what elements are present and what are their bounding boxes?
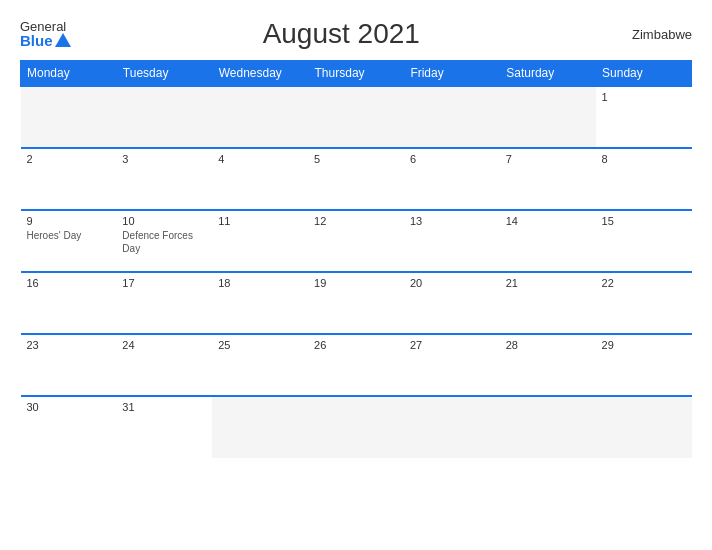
col-thursday: Thursday — [308, 61, 404, 87]
day-number: 19 — [314, 277, 398, 289]
day-number: 6 — [410, 153, 494, 165]
day-number: 22 — [602, 277, 686, 289]
day-cell: 5 — [308, 148, 404, 210]
day-number: 16 — [27, 277, 111, 289]
day-number: 13 — [410, 215, 494, 227]
day-cell: 6 — [404, 148, 500, 210]
week-row-0: 1 — [21, 86, 692, 148]
col-wednesday: Wednesday — [212, 61, 308, 87]
day-cell: 11 — [212, 210, 308, 272]
day-number: 2 — [27, 153, 111, 165]
day-number: 31 — [122, 401, 206, 413]
logo-triangle-icon — [55, 33, 71, 47]
weekday-header-row: Monday Tuesday Wednesday Thursday Friday… — [21, 61, 692, 87]
day-cell — [308, 396, 404, 458]
day-cell: 2 — [21, 148, 117, 210]
day-number: 8 — [602, 153, 686, 165]
holiday-label: Heroes' Day — [27, 229, 111, 242]
day-number: 14 — [506, 215, 590, 227]
day-number: 21 — [506, 277, 590, 289]
day-cell: 17 — [116, 272, 212, 334]
day-cell: 7 — [500, 148, 596, 210]
day-cell — [500, 396, 596, 458]
day-number: 23 — [27, 339, 111, 351]
col-saturday: Saturday — [500, 61, 596, 87]
day-cell: 13 — [404, 210, 500, 272]
logo: General Blue — [20, 20, 71, 48]
calendar-table: Monday Tuesday Wednesday Thursday Friday… — [20, 60, 692, 458]
col-monday: Monday — [21, 61, 117, 87]
holiday-label: Defence Forces Day — [122, 229, 206, 255]
week-row-1: 2345678 — [21, 148, 692, 210]
day-number: 4 — [218, 153, 302, 165]
day-number: 29 — [602, 339, 686, 351]
day-cell: 28 — [500, 334, 596, 396]
col-tuesday: Tuesday — [116, 61, 212, 87]
logo-blue-text: Blue — [20, 33, 53, 48]
day-cell: 29 — [596, 334, 692, 396]
day-cell: 16 — [21, 272, 117, 334]
day-number: 11 — [218, 215, 302, 227]
day-cell: 14 — [500, 210, 596, 272]
day-cell: 26 — [308, 334, 404, 396]
calendar-page: General Blue August 2021 Zimbabwe Monday… — [0, 0, 712, 550]
day-number: 25 — [218, 339, 302, 351]
day-number: 10 — [122, 215, 206, 227]
day-cell — [212, 86, 308, 148]
header: General Blue August 2021 Zimbabwe — [20, 18, 692, 50]
day-number: 15 — [602, 215, 686, 227]
day-number: 1 — [602, 91, 686, 103]
country-label: Zimbabwe — [612, 27, 692, 42]
day-cell: 1 — [596, 86, 692, 148]
day-cell: 15 — [596, 210, 692, 272]
day-cell: 30 — [21, 396, 117, 458]
day-number: 24 — [122, 339, 206, 351]
day-cell: 25 — [212, 334, 308, 396]
day-number: 20 — [410, 277, 494, 289]
day-cell — [404, 86, 500, 148]
day-cell: 22 — [596, 272, 692, 334]
day-cell: 9Heroes' Day — [21, 210, 117, 272]
day-number: 18 — [218, 277, 302, 289]
day-cell: 12 — [308, 210, 404, 272]
day-cell — [308, 86, 404, 148]
day-cell: 31 — [116, 396, 212, 458]
day-number: 28 — [506, 339, 590, 351]
day-cell: 10Defence Forces Day — [116, 210, 212, 272]
day-cell: 27 — [404, 334, 500, 396]
day-cell: 20 — [404, 272, 500, 334]
col-friday: Friday — [404, 61, 500, 87]
day-cell — [21, 86, 117, 148]
day-cell — [404, 396, 500, 458]
day-cell: 19 — [308, 272, 404, 334]
day-number: 3 — [122, 153, 206, 165]
day-number: 30 — [27, 401, 111, 413]
day-cell: 4 — [212, 148, 308, 210]
day-cell — [500, 86, 596, 148]
day-cell — [212, 396, 308, 458]
day-cell: 21 — [500, 272, 596, 334]
day-number: 5 — [314, 153, 398, 165]
day-cell: 24 — [116, 334, 212, 396]
day-cell — [596, 396, 692, 458]
day-number: 9 — [27, 215, 111, 227]
day-cell: 23 — [21, 334, 117, 396]
day-number: 12 — [314, 215, 398, 227]
week-row-5: 3031 — [21, 396, 692, 458]
week-row-4: 23242526272829 — [21, 334, 692, 396]
day-number: 26 — [314, 339, 398, 351]
day-number: 17 — [122, 277, 206, 289]
col-sunday: Sunday — [596, 61, 692, 87]
day-cell — [116, 86, 212, 148]
day-cell: 18 — [212, 272, 308, 334]
month-title: August 2021 — [71, 18, 612, 50]
day-cell: 3 — [116, 148, 212, 210]
week-row-3: 16171819202122 — [21, 272, 692, 334]
week-row-2: 9Heroes' Day10Defence Forces Day11121314… — [21, 210, 692, 272]
day-number: 7 — [506, 153, 590, 165]
day-cell: 8 — [596, 148, 692, 210]
day-number: 27 — [410, 339, 494, 351]
